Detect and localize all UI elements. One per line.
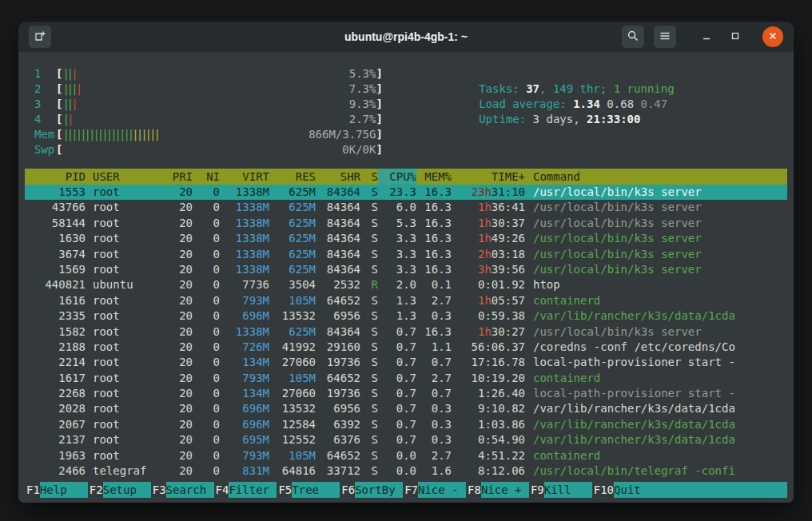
fkey-filter[interactable]: Filter [229,482,277,498]
cell-user: root [86,401,157,416]
minimize-button[interactable] [697,27,716,46]
cell-pri: 20 [157,463,193,479]
column-header-ni[interactable]: NI [193,169,220,185]
cell-command: local-path-provisioner start - [525,355,787,370]
cell-command: /coredns -conf /etc/coredns/Co [525,340,787,355]
cell-pri: 20 [157,293,193,308]
process-row[interactable]: 440821ubuntu200773635042532R2.00.10:01.9… [25,277,787,292]
process-row[interactable]: 2268root200134M2706019736S0.70.71:26.40l… [25,386,787,401]
threads-count: , 149 thr; [539,82,614,95]
fkey-quit[interactable]: Quit [614,482,787,498]
process-row[interactable]: 3674root2001338M625M84364S3.316.32h03:18… [25,247,787,262]
fkey-setup[interactable]: Setup [103,482,151,498]
fkey-kill[interactable]: Kill [544,482,592,498]
cell-ni: 0 [193,216,220,231]
cell-pid: 3674 [25,247,86,262]
cell-mem: 2.7 [416,293,452,308]
cell-pid: 2268 [25,386,86,401]
fkey-nice-[interactable]: Nice + [481,482,529,498]
cell-state: S [360,293,378,308]
fkey-help[interactable]: Help [40,482,88,498]
column-header-pid[interactable]: PID [25,169,86,185]
process-row[interactable]: 43766root2001338M625M84364S6.016.31h36:4… [25,200,787,215]
cell-command: containerd [525,448,787,463]
cell-cpu: 0.7 [378,401,416,416]
meter-bracket-open: [ [56,127,62,142]
terminal-content[interactable]: 1[|||5.3%]2[||||7.3%]3[|||9.3%]4[||2.7%]… [18,52,794,503]
cell-command: /usr/local/bin/k3s server [525,262,787,277]
cell-user: root [86,231,157,246]
column-header-pri[interactable]: PRI [157,169,193,185]
search-button[interactable] [622,26,644,48]
cell-mem: 0.7 [416,355,452,370]
cell-mem: 16.3 [416,262,452,277]
column-header-cpu[interactable]: CPU% [378,169,416,185]
cell-virt: 134M [220,386,269,401]
column-header-time[interactable]: TIME+ [452,169,525,185]
fkey-sortby[interactable]: SortBy [355,482,403,498]
process-row[interactable]: 1630root2001338M625M84364S3.316.31h49:26… [25,231,787,246]
process-row[interactable]: 1582root2001338M625M84364S0.716.31h30:27… [25,324,787,340]
process-row[interactable]: 1617root200793M105M64652S0.72.710:19.20c… [25,371,787,386]
column-header-cmd[interactable]: Command [525,169,787,185]
maximize-icon [730,30,741,44]
column-header-user[interactable]: USER [86,169,157,185]
fkey-tree[interactable]: Tree [292,482,340,498]
process-row[interactable]: 2028root200696M135326956S0.70.39:10.82/v… [25,401,787,416]
process-row[interactable]: 1553root2001338M625M84364S23.316.323h31:… [25,185,787,200]
close-button[interactable] [762,26,783,47]
cell-pid: 2214 [25,355,86,370]
cell-state: S [360,371,378,386]
process-row[interactable]: 2137root200695M125526376S0.70.30:54.90/v… [25,432,787,447]
cell-res: 64816 [269,463,316,479]
column-header-mem[interactable]: MEM% [416,169,452,185]
meter-label: Swp [34,142,56,157]
cell-user: root [86,185,157,200]
meter-label: 3 [34,97,56,112]
cell-state: S [360,340,378,355]
process-row[interactable]: 2214root200134M2706019736S0.70.717:16.78… [25,355,787,370]
process-row[interactable]: 1616root200793M105M64652S1.32.71h05:57co… [25,293,787,308]
cell-time: 1h05:57 [452,293,525,308]
process-row[interactable]: 2335root200696M135326956S1.30.30:59.38/v… [25,308,787,324]
column-header-shr[interactable]: SHR [316,169,360,185]
cell-pri: 20 [157,185,193,200]
cell-virt: 793M [220,293,269,308]
cell-pid: 2067 [25,417,86,432]
cell-time: 17:16.78 [452,355,525,370]
maximize-button[interactable] [726,27,745,46]
cell-time: 1h49:26 [452,231,525,246]
process-row[interactable]: 2188root200726M4199229160S0.71.156:06.37… [25,340,787,355]
titlebar[interactable]: ubuntu@rpi4b-4gb-1: ~ [18,22,794,52]
meter-label: 2 [34,82,56,97]
titlebar-left-controls [29,26,51,48]
fkey-key-f5: F5 [277,482,292,498]
process-row[interactable]: 1569root2001338M625M84364S3.316.33h39:56… [25,262,787,277]
cell-pid: 1617 [25,371,86,386]
process-row[interactable]: 58144root2001338M625M84364S5.316.31h30:3… [25,216,787,231]
meter-mem: Mem[||||||||||||||||||||||866M/3.75G] [34,127,383,142]
column-header-res[interactable]: RES [269,169,316,185]
cell-time-hours: 1h [478,217,492,229]
cell-cpu: 0.0 [378,448,416,463]
load-5min: 0.68 [607,97,640,110]
cell-user: root [86,386,157,401]
fkey-key-f7: F7 [403,482,418,498]
column-header-s[interactable]: S [360,169,378,185]
cell-shr: 84364 [316,200,360,215]
fkey-key-f6: F6 [340,482,355,498]
cell-command: /var/lib/rancher/k3s/data/1cda [525,417,787,432]
fkey-nice-[interactable]: Nice - [418,482,466,498]
tasks-count: 37 [526,82,539,95]
cell-shr: 64652 [316,371,360,386]
process-row[interactable]: 2466telegraf200831M6481633712S0.01.68:12… [25,463,787,479]
menu-button[interactable] [654,26,676,48]
new-tab-button[interactable] [29,26,51,48]
fkey-search[interactable]: Search [166,482,214,498]
process-row[interactable]: 2067root200696M125846392S0.70.31:03.86/v… [25,417,787,432]
cell-time-hours: 1h [478,232,492,245]
process-row[interactable]: 1963root200793M105M64652S0.02.74:51.22co… [25,448,787,463]
search-icon [627,30,639,45]
column-header-virt[interactable]: VIRT [220,169,269,185]
cell-command: /usr/local/bin/k3s server [525,231,787,246]
